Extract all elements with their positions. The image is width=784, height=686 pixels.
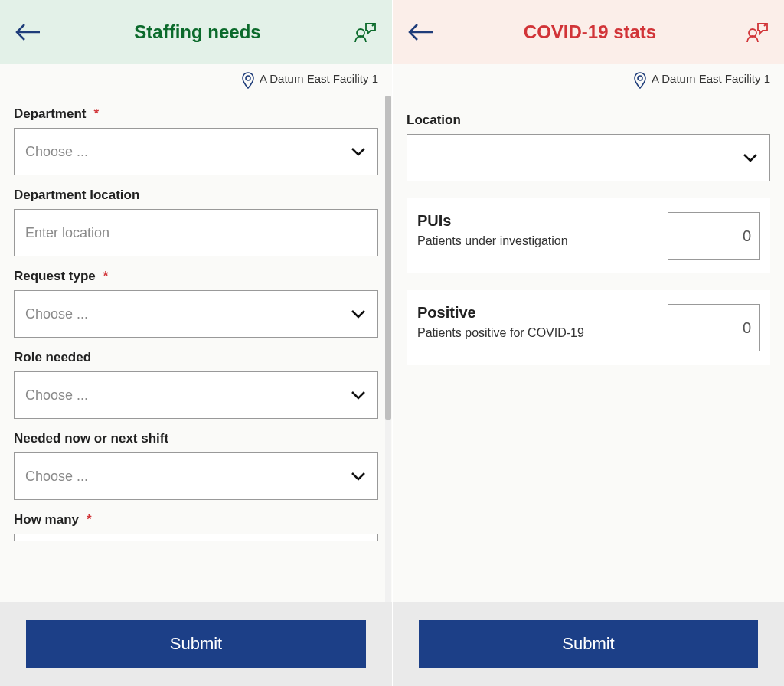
label-timing: Needed now or next shift [14, 431, 378, 446]
select-timing[interactable]: Choose ... [14, 452, 378, 500]
card-positive: Positive Patients positive for COVID-19 … [407, 290, 770, 365]
chevron-down-icon [350, 468, 367, 485]
input-positive[interactable]: 0 [668, 304, 760, 351]
label-request-type: Request type [14, 269, 378, 284]
select-role[interactable]: Choose ... [14, 371, 378, 419]
label-department: Department [14, 106, 378, 122]
facility-name: A Datum East Facility 1 [260, 72, 378, 87]
form-area: Location PUIs Patients under investigati… [393, 96, 784, 602]
input-dept-location-placeholder: Enter location [25, 225, 109, 241]
location-pin-icon [241, 72, 255, 91]
input-puis[interactable]: 0 [668, 212, 760, 260]
chat-icon[interactable] [744, 19, 770, 45]
label-howmany: How many [14, 512, 378, 528]
input-positive-value: 0 [743, 319, 751, 337]
chevron-down-icon [350, 143, 367, 160]
footer: Submit [0, 602, 392, 686]
positive-subtitle: Patients positive for COVID-19 [417, 326, 657, 340]
select-role-value: Choose ... [25, 387, 88, 403]
svg-point-3 [246, 76, 250, 80]
label-dept-location: Department location [14, 188, 378, 203]
select-timing-value: Choose ... [25, 469, 88, 485]
page-title: COVID-19 stats [524, 21, 656, 43]
facility-name: A Datum East Facility 1 [652, 72, 770, 87]
input-puis-value: 0 [743, 227, 751, 245]
select-location[interactable] [407, 134, 770, 181]
select-request-type-value: Choose ... [25, 306, 88, 322]
svg-point-7 [638, 76, 642, 80]
facility-bar: A Datum East Facility 1 [393, 64, 784, 96]
submit-button[interactable]: Submit [419, 620, 758, 668]
input-dept-location[interactable]: Enter location [14, 209, 378, 256]
chat-icon[interactable] [352, 19, 378, 45]
header: COVID-19 stats [393, 0, 784, 64]
footer: Submit [393, 602, 784, 686]
puis-subtitle: Patients under investigation [417, 234, 657, 248]
positive-title: Positive [417, 304, 657, 322]
submit-button[interactable]: Submit [26, 620, 366, 668]
select-request-type[interactable]: Choose ... [14, 290, 378, 338]
page-title: Staffing needs [134, 21, 260, 43]
facility-bar: A Datum East Facility 1 [0, 64, 392, 96]
chevron-down-icon [742, 149, 759, 166]
header: Staffing needs [0, 0, 392, 64]
chevron-down-icon [350, 387, 367, 403]
back-button[interactable] [14, 18, 43, 47]
scrollbar-thumb[interactable] [385, 96, 391, 420]
chevron-down-icon [350, 305, 367, 322]
card-puis: PUIs Patients under investigation 0 [407, 198, 770, 273]
select-department-value: Choose ... [25, 144, 88, 160]
back-button[interactable] [407, 18, 436, 47]
input-howmany[interactable] [14, 534, 378, 541]
select-department[interactable]: Choose ... [14, 128, 378, 175]
label-role: Role needed [14, 350, 378, 365]
location-pin-icon [633, 72, 647, 91]
puis-title: PUIs [417, 212, 657, 230]
label-location: Location [407, 113, 770, 128]
form-scroll-area[interactable]: Department Choose ... Department locatio… [0, 96, 392, 602]
